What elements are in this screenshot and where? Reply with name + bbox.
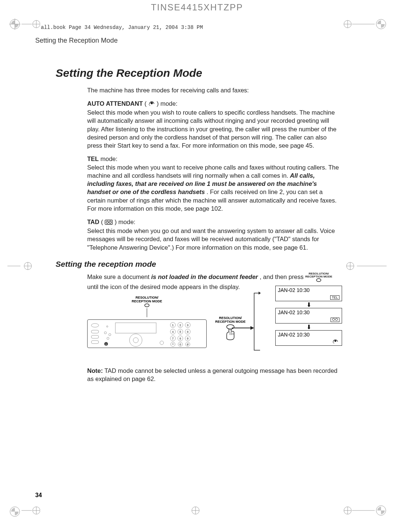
loop-back-line bbox=[253, 292, 261, 353]
tad-mode-icon bbox=[331, 318, 339, 322]
svg-point-51 bbox=[129, 334, 142, 347]
svg-rect-50 bbox=[115, 323, 156, 333]
running-header: Setting the Reception Mode bbox=[35, 37, 394, 45]
svg-point-47 bbox=[107, 337, 109, 339]
svg-point-45 bbox=[104, 332, 106, 334]
registration-mark-left-mid bbox=[22, 260, 35, 273]
open-paren: ( bbox=[145, 100, 148, 107]
registration-mark-top-right-pair bbox=[342, 18, 387, 31]
auto-attendant-label: AUTO ATTENDANT bbox=[87, 100, 143, 107]
svg-text:8: 8 bbox=[180, 337, 181, 340]
tad-label: TAD bbox=[87, 219, 99, 225]
fax-machine-illustration: i 1 2 3 4 5 bbox=[87, 319, 207, 348]
svg-point-36 bbox=[109, 221, 111, 223]
book-reference: all.book Page 34 Wednesday, January 21, … bbox=[41, 24, 203, 30]
page-title: Setting the Reception Mode bbox=[56, 67, 342, 79]
svg-text:5: 5 bbox=[180, 331, 181, 333]
display-time-3: JAN-02 10:30 bbox=[278, 332, 310, 338]
display-attendant-mode: JAN-02 10:30 bbox=[275, 330, 342, 346]
svg-point-38 bbox=[145, 304, 149, 307]
instruction-emph: is not loaded in the document feeder bbox=[151, 273, 258, 280]
arrow-right-icon bbox=[232, 326, 254, 330]
display-tel-mode: JAN-02 10:30 TEL bbox=[275, 286, 342, 301]
instruction-before: Make sure a document bbox=[87, 273, 151, 280]
registration-mark-top-left bbox=[9, 19, 20, 30]
registration-mark-right-mid-line bbox=[357, 259, 387, 273]
tape-reel-icon bbox=[105, 219, 113, 227]
auto-attendant-text: Select this mode when you wish to route … bbox=[87, 109, 336, 149]
attendant-mode-icon bbox=[331, 339, 339, 344]
svg-text:*: * bbox=[173, 343, 174, 346]
svg-rect-41 bbox=[91, 330, 99, 333]
tel-label: TEL bbox=[87, 155, 99, 162]
reception-mode-press-label: RESOLUTION/ RECEPTION MODE bbox=[215, 316, 246, 324]
svg-text:7: 7 bbox=[172, 337, 174, 340]
svg-point-37 bbox=[316, 279, 321, 282]
svg-point-85 bbox=[332, 318, 335, 321]
svg-text:3: 3 bbox=[187, 324, 188, 326]
open-paren2: ( bbox=[101, 219, 105, 225]
svg-marker-84 bbox=[259, 292, 261, 295]
note-text: TAD mode cannot be selected unless a gen… bbox=[87, 367, 337, 382]
svg-point-35 bbox=[106, 221, 108, 223]
tad-suffix: mode: bbox=[118, 219, 135, 225]
svg-point-86 bbox=[335, 318, 338, 321]
display-tad-mode: JAN-02 10:30 bbox=[275, 308, 342, 324]
auto-attendant-suffix: mode: bbox=[160, 100, 177, 107]
svg-text:2: 2 bbox=[180, 324, 181, 326]
svg-point-33 bbox=[151, 102, 153, 104]
document-code: TINSE4415XHTZPP bbox=[0, 0, 394, 13]
display-time-1: JAN-02 10:30 bbox=[278, 287, 310, 293]
svg-text:1: 1 bbox=[172, 324, 174, 326]
svg-rect-43 bbox=[91, 341, 99, 344]
svg-text:6: 6 bbox=[187, 331, 188, 333]
reception-mode-button-label: RESOLUTION/ RECEPTION MODE bbox=[87, 296, 207, 308]
svg-text:#: # bbox=[187, 343, 188, 346]
instruction-mid: , and then press bbox=[260, 273, 305, 280]
svg-point-40 bbox=[91, 324, 99, 327]
svg-rect-42 bbox=[91, 335, 99, 338]
close-paren2: ) bbox=[115, 219, 117, 225]
svg-text:9: 9 bbox=[187, 337, 188, 340]
close-paren: ) bbox=[157, 100, 159, 107]
svg-point-52 bbox=[133, 338, 138, 343]
svg-point-53 bbox=[160, 341, 164, 345]
registration-mark-left-mid-line bbox=[7, 259, 22, 273]
svg-text:0: 0 bbox=[180, 343, 181, 346]
display-time-2: JAN-02 10:30 bbox=[278, 309, 310, 315]
page-number: 34 bbox=[35, 492, 42, 499]
svg-point-87 bbox=[335, 340, 336, 342]
subtitle: Setting the reception mode bbox=[56, 260, 342, 269]
svg-text:i: i bbox=[106, 343, 106, 346]
figure-diagram: RESOLUTION/ RECEPTION MODE bbox=[87, 296, 342, 363]
svg-point-46 bbox=[109, 334, 111, 336]
resolution-button-inline: RESOLUTION/ RECEPTION MODE bbox=[305, 272, 332, 283]
arrow-down-icon-2: ⬇ bbox=[275, 326, 342, 329]
registration-mark-bottom-mid bbox=[189, 504, 202, 517]
registration-mark-bottom-center-left bbox=[22, 504, 40, 517]
svg-point-44 bbox=[106, 326, 108, 327]
tel-mode-icon: TEL bbox=[330, 295, 339, 300]
registration-mark-bottom-right-pair bbox=[342, 504, 387, 517]
svg-text:4: 4 bbox=[172, 331, 174, 333]
intro-text: The machine has three modes for receivin… bbox=[87, 86, 342, 94]
pointer-line-icon bbox=[147, 308, 147, 317]
tel-suffix: mode: bbox=[101, 155, 118, 162]
instruction-after: until the icon of the desired mode appea… bbox=[87, 283, 240, 290]
note-label: Note: bbox=[87, 367, 103, 374]
registration-mark-bottom-left bbox=[9, 506, 20, 517]
arrow-down-icon: ⬇ bbox=[275, 303, 342, 306]
note-paragraph: Note: TAD mode cannot be selected unless… bbox=[87, 367, 342, 383]
tad-text: Select this mode when you go out and wan… bbox=[87, 227, 335, 251]
registration-mark-top-center bbox=[22, 18, 40, 31]
operator-headset-icon bbox=[148, 100, 155, 108]
registration-mark-right-mid bbox=[344, 260, 357, 273]
